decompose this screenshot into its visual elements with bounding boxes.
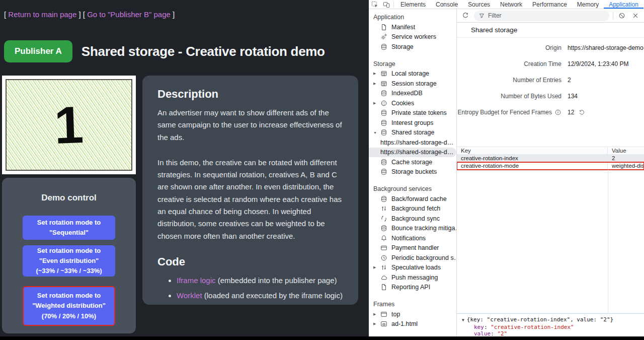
sidebar-item-background-sync[interactable]: Background sync (369, 214, 456, 224)
sidebar-item-shared-storage-origin-2[interactable]: https://shared-storage-d… (369, 148, 456, 158)
column-header-value: Value (608, 147, 644, 154)
sidebar-item-back-forward-cache[interactable]: Back/forward cache (369, 194, 456, 204)
bell-icon (380, 235, 388, 242)
chevron-right-icon[interactable] (373, 322, 380, 326)
metadata-label: Entropy Budget for Fenced Frames (458, 109, 552, 116)
chevron-right-icon[interactable] (373, 312, 380, 316)
sidebar-item-reporting-api[interactable]: Reporting API (369, 283, 456, 293)
sidebar-item-frame-top[interactable]: top (369, 309, 456, 319)
description-paragraph: In this demo, the creative can be rotate… (157, 157, 343, 242)
button-line: (~33% / ~33% / ~33%) (36, 266, 102, 276)
chevron-down-icon[interactable] (373, 131, 380, 134)
code-link-iframe-logic[interactable]: Iframe logic (177, 276, 216, 285)
sidebar-item-session-storage[interactable]: Session storage (369, 79, 456, 89)
bracket: ] (78, 10, 80, 19)
section-header-background-services: Background services (369, 184, 456, 194)
button-line: (70% / 20% / 10%) (42, 311, 96, 321)
rotation-button-even-distribution[interactable]: Set rotation mode to "Even distribution"… (23, 245, 115, 277)
iframe-icon (380, 320, 388, 327)
expand-triangle-icon[interactable] (462, 318, 464, 322)
filter-box (474, 11, 609, 21)
sidebar-item-private-state-tokens[interactable]: Private state tokens (369, 108, 456, 118)
sidebar-item-shared-storage[interactable]: Shared storage (369, 128, 456, 138)
shared-storage-panel: Shared storage Origin https://shared-sto… (457, 9, 644, 336)
tab-performance[interactable]: Performance (527, 0, 572, 9)
rotation-button-weighted-distribution[interactable]: Set rotation mode to "Weighted distribut… (23, 286, 115, 326)
refresh-button[interactable] (460, 11, 470, 21)
nav-link-return-main[interactable]: Return to main page (8, 10, 76, 19)
sidebar-item-local-storage[interactable]: Local storage (369, 69, 456, 79)
sidebar-item-storage-buckets[interactable]: Storage buckets (369, 167, 456, 177)
sidebar-item-push-messaging[interactable]: Push messaging (369, 273, 456, 283)
tab-memory[interactable]: Memory (572, 0, 604, 9)
sidebar-item-bounce-tracking[interactable]: Bounce tracking mitiga… (369, 224, 456, 234)
info-icon[interactable] (554, 109, 561, 116)
list-item: Iframe logic (embedded into the publishe… (177, 275, 343, 286)
tab-elements[interactable]: Elements (395, 0, 431, 9)
preview-property: key"creative-rotation-index" (462, 324, 644, 331)
button-line: "Even distribution" (39, 256, 99, 266)
chevron-right-icon[interactable] (373, 101, 380, 105)
database-icon (380, 195, 388, 202)
delete-all-button[interactable] (617, 11, 627, 21)
metadata-value: 12 (568, 109, 574, 116)
sidebar-item-speculative-loads[interactable]: Speculative loads (369, 263, 456, 273)
chevron-right-icon[interactable] (373, 72, 380, 76)
sidebar-item-manifest[interactable]: Manifest (369, 22, 456, 32)
delete-selected-button[interactable] (630, 11, 640, 21)
table-icon (380, 80, 388, 87)
table-icon (380, 70, 388, 77)
application-sidebar: Application Manifest Service workers Sto… (369, 9, 457, 336)
sidebar-item-payment-handler[interactable]: Payment handler (369, 243, 456, 253)
sidebar-item-indexeddb[interactable]: IndexedDB (369, 89, 456, 99)
database-icon (380, 43, 388, 50)
nav-link-publisher-b[interactable]: Go to "Publisher B" page (87, 10, 171, 19)
bracket: ] (173, 10, 175, 19)
sidebar-item-background-fetch[interactable]: Background fetch (369, 204, 456, 214)
creative-number: 1 (53, 98, 84, 152)
arrows-up-down-icon (380, 264, 388, 271)
clock-icon (380, 254, 388, 261)
sidebar-item-frame-ad1[interactable]: ad-1.html (369, 319, 456, 329)
sidebar-item-periodic-background-sync[interactable]: Periodic background s… (369, 253, 456, 263)
screenshot-root: [ Return to main page ] [ Go to "Publish… (0, 0, 644, 340)
inspect-element-icon[interactable] (369, 0, 380, 9)
button-line: Set rotation mode to (37, 246, 101, 256)
preview-property: value"2" (462, 330, 644, 336)
sidebar-item-cache-storage[interactable]: Cache storage (369, 157, 456, 167)
sidebar-item-shared-storage-origin-1[interactable]: https://shared-storage-d… (369, 138, 456, 148)
publisher-badge: Publisher A (4, 40, 72, 62)
chevron-right-icon[interactable] (373, 265, 380, 269)
tab-sources[interactable]: Sources (463, 0, 495, 9)
metadata-row-bytes: Number of Bytes Used 134 (457, 88, 644, 104)
device-toolbar-icon[interactable] (380, 0, 392, 9)
reset-budget-icon[interactable] (579, 109, 585, 116)
sidebar-item-notifications[interactable]: Notifications (369, 233, 456, 243)
sidebar-item-storage[interactable]: Storage (369, 42, 456, 52)
rotation-button-sequential[interactable]: Set rotation mode to "Sequential" (23, 216, 115, 240)
tab-network[interactable]: Network (495, 0, 527, 9)
filter-input[interactable] (488, 12, 605, 19)
gear-icon (380, 33, 388, 40)
chevron-right-icon[interactable] (373, 82, 380, 86)
entry-preview-pane: {key: "creative-rotation-index", value: … (457, 313, 644, 336)
sidebar-item-interest-groups[interactable]: Interest groups (369, 118, 456, 128)
sidebar-item-service-workers[interactable]: Service workers (369, 32, 456, 42)
tab-console[interactable]: Console (431, 0, 463, 9)
code-link-worklet[interactable]: Worklet (177, 291, 202, 300)
section-header-frames: Frames (369, 299, 456, 309)
button-line: Set rotation mode to (37, 291, 101, 301)
sync-icon (380, 215, 388, 222)
table-row-creative-rotation-index[interactable]: creative-rotation-index 2 (457, 155, 644, 162)
payment-card-icon (380, 244, 388, 251)
table-row-creative-rotation-mode[interactable]: creative-rotation-mode weighted-distribu… (457, 162, 644, 170)
description-panel: Description An advertiser may want to sh… (142, 76, 358, 305)
page-header: Publisher A Shared storage - Creative ro… (4, 40, 325, 62)
frame-icon (380, 311, 388, 318)
metadata-view: Origin https://shared-storage-demo-co Cr… (457, 38, 644, 120)
tab-application[interactable]: Application (604, 0, 643, 9)
metadata-row-origin: Origin https://shared-storage-demo-co (457, 40, 644, 56)
ad-creative-iframe: 1 (2, 76, 136, 174)
database-icon (380, 168, 388, 175)
sidebar-item-cookies[interactable]: Cookies (369, 98, 456, 108)
